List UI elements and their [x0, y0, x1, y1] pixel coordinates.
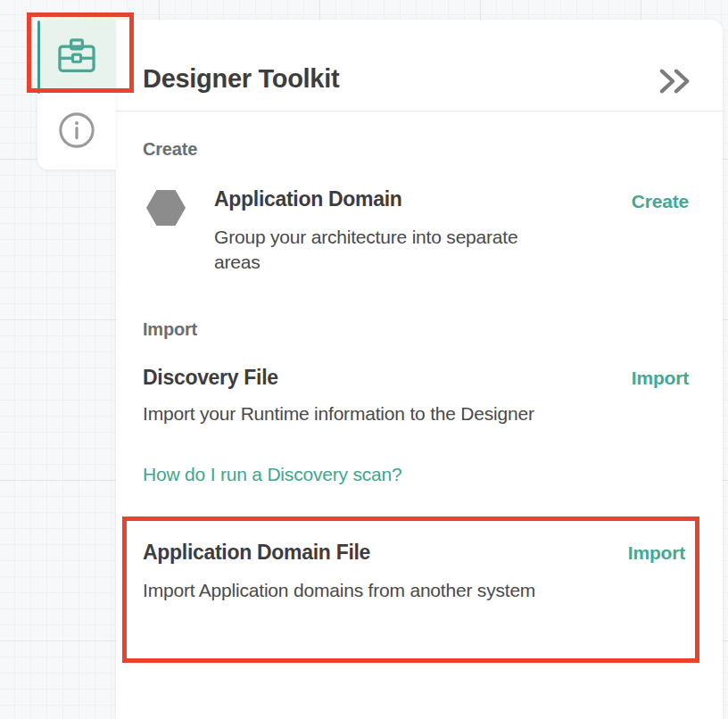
item-title-application-domain: Application Domain: [214, 186, 402, 212]
panel-title: Designer Toolkit: [143, 64, 339, 94]
hexagon-icon: [145, 189, 186, 227]
briefcase-icon: [57, 38, 96, 73]
collapse-panel-button[interactable]: [658, 66, 692, 96]
item-description-application-domain-file: Import Application domains from another …: [143, 578, 571, 603]
designer-toolkit-panel: Designer Toolkit Create Application Doma…: [116, 20, 723, 719]
create-application-domain-button[interactable]: Create: [632, 191, 689, 212]
info-icon: [58, 112, 95, 149]
annotation-box-application-domain-file: Application Domain File Import Applicati…: [122, 517, 699, 663]
item-title-application-domain-file: Application Domain File: [143, 539, 370, 566]
sidebar-tab-designer-toolkit[interactable]: [37, 20, 116, 91]
section-label-import: Import: [143, 319, 197, 340]
sidebar-tab-info[interactable]: [37, 91, 116, 169]
header-divider: [116, 111, 723, 112]
section-label-create: Create: [143, 139, 197, 160]
discovery-scan-help-link[interactable]: How do I run a Discovery scan?: [143, 464, 401, 485]
import-discovery-file-button[interactable]: Import: [632, 368, 689, 389]
toolbar-sidebar: [37, 20, 116, 169]
item-description-application-domain: Group your architecture into separate ar…: [214, 225, 522, 275]
active-tab-indicator: [37, 21, 40, 94]
item-description-discovery-file: Import your Runtime information to the D…: [143, 401, 567, 426]
item-title-discovery-file: Discovery File: [143, 364, 278, 391]
import-application-domain-file-button[interactable]: Import: [628, 542, 685, 564]
chevron-double-right-icon: [658, 66, 692, 96]
